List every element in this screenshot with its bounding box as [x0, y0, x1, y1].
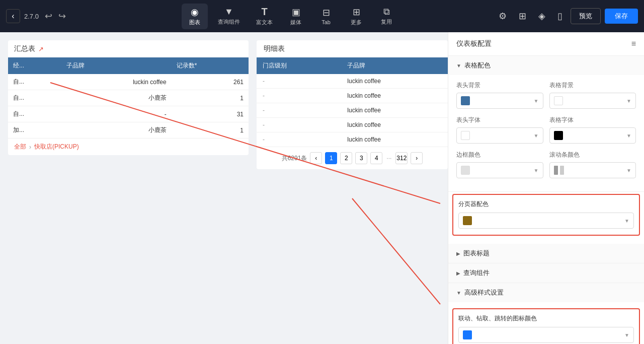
chart-title-header[interactable]: ▶ 图表标题: [448, 244, 644, 263]
redo-button[interactable]: ↪: [56, 9, 68, 24]
cell: 1: [172, 122, 249, 139]
summary-header-row: 经... 子品牌 记录数*: [8, 57, 249, 74]
version-label: 2.7.0: [24, 13, 39, 20]
undo-button[interactable]: ↩: [43, 9, 54, 24]
table-row[interactable]: 加... 小鹿茶 1: [8, 122, 249, 139]
breadcrumb-arrow: ›: [29, 144, 31, 151]
save-button[interactable]: 保存: [605, 9, 638, 24]
toolbar-tab[interactable]: ⊟ Tab: [313, 4, 339, 28]
table-bg-swatch: [554, 96, 563, 105]
table-bg-select[interactable]: ▼: [549, 93, 636, 109]
text-icon: T: [261, 6, 267, 18]
table-row[interactable]: 自... luckin coffee 261: [8, 74, 249, 90]
chevron-down-icon: ▼: [626, 133, 631, 139]
pagination-page-3[interactable]: 3: [355, 152, 367, 164]
table-row[interactable]: - luckin coffee: [257, 118, 448, 132]
toolbar-richtext[interactable]: T 富文本: [250, 3, 279, 29]
advanced-header[interactable]: ▼ 高级样式设置: [448, 283, 644, 302]
theme-icon-button[interactable]: ◈: [534, 9, 549, 24]
header-font-label: 表头字体: [456, 116, 543, 124]
detail-table-title: 明细表: [257, 40, 448, 57]
chevron-down-icon: ▼: [534, 98, 539, 104]
back-button[interactable]: ‹: [6, 9, 20, 23]
scrollbar-color-select[interactable]: ▼: [549, 162, 636, 178]
pagination-prev[interactable]: ‹: [310, 152, 322, 164]
table-row[interactable]: 自... - 31: [8, 106, 249, 122]
filter-icon: ▼: [224, 7, 233, 17]
advanced-label: 高级样式设置: [464, 288, 504, 297]
paginator-color-select[interactable]: ▼: [458, 213, 634, 229]
pagination-page-1[interactable]: 1: [325, 152, 337, 164]
pagination-last[interactable]: 312: [395, 152, 408, 164]
table-row[interactable]: - luckin coffee: [257, 89, 448, 103]
breadcrumb-item[interactable]: 快取店(PICKUP): [34, 143, 79, 151]
border-color-item: 边框颜色 ▼: [456, 151, 543, 178]
table-color-label: 表格配色: [464, 61, 491, 70]
detail-table-section: 明细表 门店级别 子品牌 - luckin coffee - luckin co…: [257, 40, 448, 169]
right-panel: 仪表板配置 ≡ ▼ 表格配色 表头背景 ▼: [448, 32, 644, 344]
header-bg-label: 表头背景: [456, 81, 543, 90]
chart-title-section: ▶ 图表标题: [448, 244, 644, 263]
chart-title-label: 图表标题: [463, 249, 490, 258]
table-font-label: 表格字体: [549, 116, 636, 124]
table-row[interactable]: - luckin coffee: [257, 103, 448, 118]
table-row[interactable]: - luckin coffee: [257, 132, 448, 147]
query-widget-header[interactable]: ▶ 查询组件: [448, 263, 644, 283]
cell: -: [257, 74, 341, 89]
summary-col-0: 经...: [8, 57, 61, 74]
table-font-select[interactable]: ▼: [549, 127, 636, 144]
pagination-page-4[interactable]: 4: [370, 152, 382, 164]
cell: -: [257, 118, 341, 132]
cell: -: [61, 106, 172, 122]
action-icon-color-select[interactable]: ▼: [458, 327, 634, 343]
toolbar-query[interactable]: ▼ 查询组件: [212, 4, 246, 29]
table-row[interactable]: - luckin coffee: [257, 74, 448, 89]
border-color-select[interactable]: ▼: [456, 162, 543, 178]
more-icon: ⊞: [353, 7, 360, 18]
detail-col-1: 子品牌: [341, 57, 448, 74]
toolbar-more[interactable]: ⊞ 更多: [343, 4, 369, 29]
chart-icon: ◉: [191, 7, 199, 18]
summary-link-icon[interactable]: ↗: [38, 45, 44, 53]
border-color-swatch: [461, 166, 470, 175]
settings-icon-button[interactable]: ⚙: [495, 9, 511, 24]
table-font-item: 表格字体 ▼: [549, 116, 636, 144]
table-color-section: ▼ 表格配色 表头背景 ▼ 表格背景: [448, 56, 644, 192]
middle-panel: 明细表 门店级别 子品牌 - luckin coffee - luckin co…: [257, 32, 448, 344]
panel-menu-icon[interactable]: ≡: [631, 39, 636, 48]
detail-table: 门店级别 子品牌 - luckin coffee - luckin coffee…: [257, 57, 448, 147]
toolbar-chart[interactable]: ◉ 图表: [182, 4, 208, 29]
chevron-down-icon: ▼: [534, 168, 539, 173]
detail-header-row: 门店级别 子品牌: [257, 57, 448, 74]
header-bg-select[interactable]: ▼: [456, 93, 543, 109]
breadcrumb: 全部 › 快取店(PICKUP): [8, 139, 249, 155]
table-bg-label: 表格背景: [549, 81, 636, 90]
scrollbar-swatch-group: [554, 166, 564, 175]
layout-icon-button[interactable]: ⊞: [515, 9, 530, 24]
preview-button[interactable]: 预览: [571, 8, 601, 24]
table-color-header[interactable]: ▼ 表格配色: [448, 56, 644, 75]
action-icon-color-section: 联动、钻取、跳转的图标颜色 ▼: [452, 308, 640, 344]
summary-table: 经... 子品牌 记录数* 自... luckin coffee 261 自..…: [8, 57, 249, 139]
scrollbar-swatch: [554, 166, 558, 175]
toolbar-reuse[interactable]: ⧉ 复用: [373, 4, 399, 29]
pagination-dots: ···: [385, 155, 392, 162]
pagination-page-2[interactable]: 2: [340, 152, 352, 164]
paginator-color-section: 分页器配色 ▼: [452, 194, 640, 236]
cell: 自...: [8, 74, 61, 90]
main-content: 汇总表 ↗ 经... 子品牌 记录数* 自... luckin coffee 2…: [0, 32, 644, 344]
table-row[interactable]: 自... 小鹿茶 1: [8, 90, 249, 106]
detail-col-0: 门店级别: [257, 57, 341, 74]
header-font-select[interactable]: ▼: [456, 127, 543, 144]
border-color-label: 边框颜色: [456, 151, 543, 159]
cell: luckin coffee: [341, 89, 448, 103]
table-color-body: 表头背景 ▼ 表格背景 ▼: [448, 75, 644, 191]
breadcrumb-all[interactable]: 全部: [14, 143, 26, 151]
summary-table-section: 汇总表 ↗ 经... 子品牌 记录数* 自... luckin coffee 2…: [8, 40, 249, 155]
pagination-next[interactable]: ›: [411, 152, 423, 164]
toolbar-media[interactable]: ▣ 媒体: [283, 4, 309, 29]
action-icon-color-label: 联动、钻取、跳转的图标颜色: [458, 314, 634, 323]
device-icon-button[interactable]: ▯: [553, 9, 567, 24]
media-icon: ▣: [292, 7, 300, 18]
panel-header: 仪表板配置 ≡: [448, 32, 644, 56]
